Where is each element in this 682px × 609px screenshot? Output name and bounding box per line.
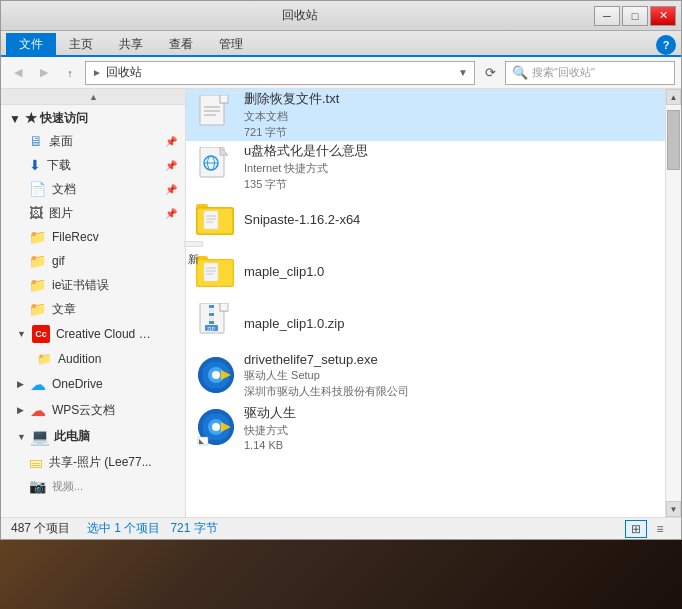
svg-rect-51 (198, 424, 203, 430)
sidebar-item-audition[interactable]: 📁 Audition (1, 347, 185, 371)
address-dropdown-icon[interactable]: ▼ (458, 67, 468, 78)
tab-manage[interactable]: 管理 (206, 33, 256, 55)
sidebar-item-image[interactable]: 🖼 图片 📌 (1, 201, 185, 225)
forward-button[interactable]: ▶ (33, 62, 55, 84)
quick-access-label: ★ 快速访问 (25, 110, 88, 127)
tab-share[interactable]: 共享 (106, 33, 156, 55)
sidebar-scroll-up[interactable]: ▲ (1, 89, 186, 105)
help-button[interactable]: ? (656, 35, 676, 55)
gif-icon: 📁 (29, 253, 46, 269)
file-explorer-window: 回收站 ─ □ ✕ 文件 主页 共享 查看 管理 ? ◀ ▶ ↑ ► 回收站 ▼… (0, 0, 682, 540)
sidebar-item-creative-cloud[interactable]: ▼ Cc Creative Cloud Fil... (1, 321, 185, 347)
file-item-info-maple: maple_clip1.0 (244, 264, 655, 279)
maximize-button[interactable]: □ (622, 6, 648, 26)
status-total-text: 487 个项目 (11, 521, 70, 535)
scrollbar-down-button[interactable]: ▼ (666, 501, 681, 517)
scrollbar-thumb[interactable] (667, 110, 680, 170)
window-controls: ─ □ ✕ (594, 6, 676, 26)
file-item-type-udisk: Internet 快捷方式 (244, 161, 655, 176)
sidebar-item-doc[interactable]: 📄 文档 📌 (1, 177, 185, 201)
sidebar-item-this-pc[interactable]: ▼ 💻 此电脑 (1, 423, 185, 450)
sidebar-item-shared[interactable]: 🖴 共享-照片 (Lee77... (1, 450, 185, 474)
svg-rect-23 (204, 263, 218, 281)
file-item-drive-life[interactable]: 驱动人生 快捷方式 1.14 KB (186, 401, 665, 453)
sidebar-item-filerecv[interactable]: 📁 FileRecv (1, 225, 185, 249)
sidebar-item-desktop-label: 桌面 (49, 133, 73, 150)
this-pc-arrow: ▼ (17, 432, 26, 442)
new-label: 新 (184, 241, 203, 247)
file-item-size-udisk: 135 字节 (244, 177, 655, 192)
pin-icon-download: 📌 (165, 160, 177, 171)
grid-view-button[interactable]: ⊞ (625, 520, 647, 538)
svg-rect-33 (209, 317, 214, 320)
file-item-name-maple: maple_clip1.0 (244, 264, 655, 279)
onedrive-arrow: ▶ (17, 379, 24, 389)
audition-folder-icon: 📁 (37, 352, 52, 366)
file-item-info-maple-zip: maple_clip1.0.zip (244, 316, 655, 331)
sidebar-item-article-label: 文章 (52, 301, 76, 318)
svg-point-53 (212, 423, 220, 431)
sidebar-item-wps[interactable]: ▶ ☁ WPS云文档 (1, 397, 185, 423)
tab-home[interactable]: 主页 (56, 33, 106, 55)
creative-cloud-label: Creative Cloud Fil... (56, 327, 156, 341)
svg-point-44 (212, 371, 220, 379)
sidebar-item-iecert-label: ie证书错误 (52, 277, 109, 294)
doc-icon: 📄 (29, 181, 46, 197)
image-icon: 🖼 (29, 205, 43, 221)
sidebar-item-filerecv-label: FileRecv (52, 230, 99, 244)
address-text: 回收站 (106, 64, 142, 81)
file-item-maple-zip[interactable]: ZIP maple_clip1.0.zip (186, 297, 665, 349)
file-item-info-drive-setup: drivethelife7_setup.exe 驱动人生 Setup 深圳市驱动… (244, 352, 655, 399)
onedrive-label: OneDrive (52, 377, 103, 391)
content-area: ▲ ▼ ★ 快速访问 🖥 桌面 📌 ⬇ 下载 📌 📄 文档 📌 (1, 89, 681, 517)
sidebar-item-download[interactable]: ⬇ 下载 📌 (1, 153, 185, 177)
sidebar-item-iecert[interactable]: 📁 ie证书错误 (1, 273, 185, 297)
svg-rect-16 (204, 211, 218, 229)
file-item-maple-clip[interactable]: maple_clip1.0 (186, 245, 665, 297)
view-buttons: ⊞ ≡ (625, 520, 671, 538)
sidebar-item-more[interactable]: 📷 视频... (1, 474, 185, 498)
refresh-button[interactable]: ⟳ (479, 62, 501, 84)
file-item-deleted-txt[interactable]: 删除恢复文件.txt 文本文档 721 字节 (186, 89, 665, 141)
sidebar-item-desktop[interactable]: 🖥 桌面 📌 (1, 129, 185, 153)
article-icon: 📁 (29, 301, 46, 317)
file-item-drive-setup[interactable]: drivethelife7_setup.exe 驱动人生 Setup 深圳市驱动… (186, 349, 665, 401)
up-button[interactable]: ↑ (59, 62, 81, 84)
file-item-snipaste[interactable]: Snipaste-1.16.2-x64 (186, 193, 665, 245)
sidebar-item-onedrive[interactable]: ▶ ☁ OneDrive (1, 371, 185, 397)
svg-rect-34 (209, 321, 214, 324)
tab-file[interactable]: 文件 (6, 33, 56, 55)
sidebar-quick-access-header[interactable]: ▼ ★ 快速访问 (1, 105, 185, 129)
address-bar[interactable]: ► 回收站 ▼ (85, 61, 475, 85)
file-item-size-deleted-txt: 721 字节 (244, 125, 655, 140)
sidebar-item-gif-label: gif (52, 254, 65, 268)
status-total: 487 个项目 选中 1 个项目 721 字节 (11, 520, 615, 537)
svg-rect-40 (213, 357, 219, 362)
file-icon-drive-setup (196, 355, 236, 395)
file-item-type-drive-life: 快捷方式 (244, 423, 655, 438)
close-button[interactable]: ✕ (650, 6, 676, 26)
sidebar-item-article[interactable]: 📁 文章 (1, 297, 185, 321)
file-list-scrollbar[interactable]: ▲ ▼ (665, 89, 681, 517)
file-item-type-deleted-txt: 文本文档 (244, 109, 655, 124)
back-button[interactable]: ◀ (7, 62, 29, 84)
filerecv-icon: 📁 (29, 229, 46, 245)
iecert-icon: 📁 (29, 277, 46, 293)
cc-arrow: ▼ (17, 329, 26, 339)
list-view-button[interactable]: ≡ (649, 520, 671, 538)
quick-access-arrow: ▼ (9, 112, 21, 126)
sidebar-item-gif[interactable]: 📁 gif (1, 249, 185, 273)
file-item-info-deleted-txt: 删除恢复文件.txt 文本文档 721 字节 (244, 90, 655, 140)
search-box[interactable]: 🔍 搜索"回收站" (505, 61, 675, 85)
file-item-name-snipaste: Snipaste-1.16.2-x64 (244, 212, 655, 227)
wps-icon: ☁ (30, 401, 46, 420)
sidebar-item-download-label: 下载 (47, 157, 71, 174)
minimize-button[interactable]: ─ (594, 6, 620, 26)
file-item-size-drive-life: 1.14 KB (244, 439, 655, 451)
file-item-name-drive-setup: drivethelife7_setup.exe (244, 352, 655, 367)
svg-rect-31 (209, 309, 214, 312)
tab-view[interactable]: 查看 (156, 33, 206, 55)
window-title: 回收站 (6, 7, 594, 24)
file-item-u-disk[interactable]: u盘格式化是什么意思 Internet 快捷方式 135 字节 (186, 141, 665, 193)
scrollbar-up-button[interactable]: ▲ (666, 89, 681, 105)
